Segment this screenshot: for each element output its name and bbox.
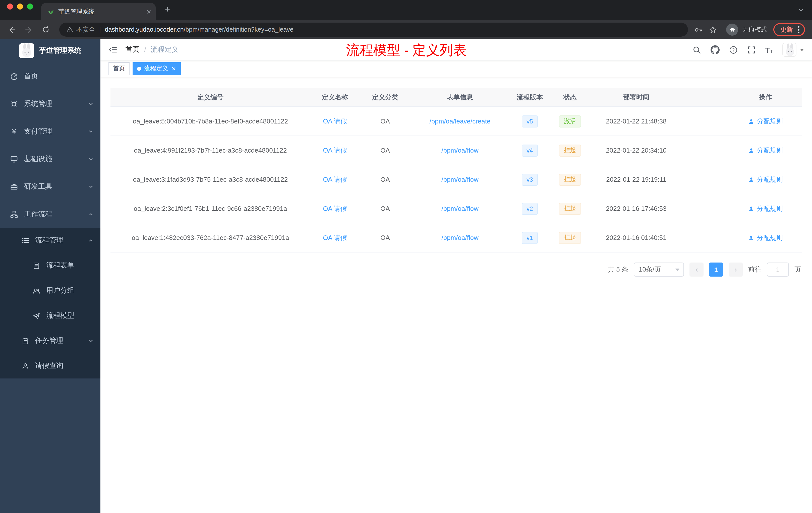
- fullscreen-icon[interactable]: [747, 46, 755, 54]
- browser-tab-strip: 芋道管理系统: [0, 0, 812, 20]
- document-icon: [32, 262, 40, 269]
- sidebar-item-infrastructure[interactable]: 基础设施: [0, 145, 100, 173]
- font-size-icon[interactable]: TT: [765, 46, 773, 54]
- breadcrumb-home[interactable]: 首页: [125, 45, 140, 54]
- form-link[interactable]: /bpm/oa/flow: [441, 176, 478, 183]
- assign-rule-link[interactable]: 分配规则: [748, 204, 783, 213]
- definition-name-link[interactable]: OA 请假: [323, 175, 347, 184]
- deploy-time-cell: 2022-01-16 01:40:51: [589, 223, 683, 252]
- definition-id-cell: oa_leave:4:991f2193-7b7f-11ec-a3c8-acde4…: [111, 136, 310, 164]
- definition-id-cell: oa_leave:1:482ec033-762a-11ec-8477-a2380…: [111, 223, 310, 252]
- version-tag: v3: [522, 174, 538, 185]
- tag-process-definition[interactable]: 流程定义: [133, 62, 181, 75]
- sidebar-item-user-group[interactable]: 用户分组: [0, 278, 100, 303]
- close-window-button[interactable]: [7, 3, 13, 9]
- toolbox-icon: [10, 182, 18, 190]
- tab-close-icon[interactable]: [146, 9, 152, 14]
- breadcrumb: 首页 / 流程定义: [125, 45, 179, 54]
- search-icon[interactable]: [692, 46, 701, 54]
- active-dot: [137, 66, 141, 70]
- chevron-down-icon: [88, 184, 93, 189]
- close-icon[interactable]: [171, 66, 176, 71]
- assign-rule-link[interactable]: 分配规则: [748, 117, 783, 126]
- column-header-deploy-time: 部署时间: [589, 88, 683, 107]
- assign-rule-link[interactable]: 分配规则: [748, 146, 783, 155]
- sidebar-item-workflow[interactable]: 工作流程: [0, 200, 100, 228]
- sidebar-item-label: 用户分组: [46, 286, 74, 295]
- security-warning-icon[interactable]: 不安全: [66, 25, 95, 34]
- chevron-down-icon: [88, 101, 93, 106]
- sidebar-item-task-management[interactable]: 任务管理: [0, 328, 100, 353]
- table-row: oa_leave:5:004b710b-7b8a-11ec-8ef0-acde4…: [111, 107, 802, 136]
- table-row: oa_leave:4:991f2193-7b7f-11ec-a3c8-acde4…: [111, 136, 802, 165]
- status-tag: 挂起: [559, 232, 581, 244]
- current-page-button[interactable]: 1: [709, 263, 723, 277]
- main-area: 首页 / 流程定义 流程模型 - 定义列表 ?: [100, 39, 812, 513]
- chevron-down-icon: [88, 338, 93, 343]
- tab-search-chevron-icon[interactable]: [798, 7, 804, 13]
- browser-tab[interactable]: 芋道管理系统: [41, 3, 156, 20]
- table-row: oa_leave:2:3c1f0ef1-76b1-11ec-9c66-a2380…: [111, 194, 802, 223]
- url-text: dashboard.yudao.iocoder.cn/bpm/manager/d…: [105, 26, 293, 33]
- sidebar-collapse-icon[interactable]: [109, 45, 117, 54]
- page-size-value: 10条/页: [639, 265, 661, 274]
- status-tag: 挂起: [559, 144, 581, 156]
- browser-toolbar: 不安全 | dashboard.yudao.iocoder.cn/bpm/man…: [0, 20, 812, 39]
- user-avatar-menu[interactable]: [782, 43, 804, 57]
- definition-name-link[interactable]: OA 请假: [323, 233, 347, 242]
- form-link[interactable]: /bpm/oa/flow: [441, 205, 478, 212]
- back-button[interactable]: [4, 22, 19, 37]
- sidebar-item-system[interactable]: 系统管理: [0, 90, 100, 117]
- definition-id-cell: oa_leave:5:004b710b-7b8a-11ec-8ef0-acde4…: [111, 107, 310, 135]
- sidebar-item-label: 工作流程: [24, 210, 52, 219]
- new-tab-button[interactable]: [160, 1, 175, 17]
- category-cell: OA: [359, 194, 411, 223]
- password-key-icon[interactable]: [694, 25, 702, 34]
- forward-button[interactable]: [21, 22, 36, 37]
- prev-page-button[interactable]: ‹: [690, 263, 703, 277]
- page-size-select[interactable]: 10条/页: [634, 263, 684, 277]
- sidebar-item-label: 任务管理: [35, 336, 63, 345]
- sidebar-item-leave-query[interactable]: 请假查询: [0, 353, 100, 379]
- sidebar-item-dev-tools[interactable]: 研发工具: [0, 173, 100, 200]
- assign-rule-link[interactable]: 分配规则: [748, 233, 783, 242]
- deploy-time-cell: 2022-01-22 21:48:38: [589, 107, 683, 135]
- form-link[interactable]: /bpm/oa/leave/create: [430, 117, 491, 125]
- sidebar-item-process-form[interactable]: 流程表单: [0, 253, 100, 278]
- sidebar-item-label: 请假查询: [35, 361, 63, 370]
- browser-menu-icon[interactable]: [795, 26, 803, 33]
- chrome-update-button[interactable]: 更新: [773, 23, 805, 36]
- goto-page-input[interactable]: [767, 263, 789, 277]
- bookmark-star-icon[interactable]: [708, 25, 717, 34]
- form-link[interactable]: /bpm/oa/flow: [441, 234, 478, 241]
- sidebar-item-label: 流程模型: [46, 311, 74, 320]
- next-page-button[interactable]: ›: [729, 263, 743, 277]
- sidebar-item-home[interactable]: 首页: [0, 62, 100, 90]
- reload-button[interactable]: [38, 22, 53, 37]
- sidebar-item-process-management[interactable]: 流程管理: [0, 228, 100, 253]
- sidebar-logo[interactable]: 芋道管理系统: [0, 39, 100, 62]
- assign-rule-link[interactable]: 分配规则: [748, 175, 783, 184]
- sidebar-item-payment[interactable]: ¥ 支付管理: [0, 117, 100, 145]
- page-unit-label: 页: [794, 265, 801, 274]
- tag-home[interactable]: 首页: [109, 62, 129, 75]
- version-tag: v1: [522, 232, 538, 244]
- sidebar-item-process-model[interactable]: 流程模型: [0, 303, 100, 328]
- form-link[interactable]: /bpm/oa/flow: [441, 147, 478, 154]
- chevron-down-icon: [675, 268, 679, 271]
- pagination: 共 5 条 10条/页 ‹ 1 › 前往 页: [111, 263, 802, 277]
- app-window: 芋道管理系统 首页 系统管理 ¥ 支付管理: [0, 39, 812, 513]
- table-row: oa_leave:1:482ec033-762a-11ec-8477-a2380…: [111, 223, 802, 252]
- deploy-time-cell: 2022-01-22 19:19:11: [589, 165, 683, 194]
- definition-name-link[interactable]: OA 请假: [323, 117, 347, 126]
- definition-name-link[interactable]: OA 请假: [323, 204, 347, 213]
- goto-label: 前往: [748, 265, 761, 274]
- help-icon[interactable]: ?: [729, 46, 737, 54]
- github-icon[interactable]: [710, 45, 719, 54]
- incognito-label: 无痕模式: [742, 25, 767, 34]
- address-bar[interactable]: 不安全 | dashboard.yudao.iocoder.cn/bpm/man…: [59, 23, 688, 37]
- minimize-window-button[interactable]: [17, 3, 23, 9]
- zoom-window-button[interactable]: [27, 3, 33, 9]
- definition-name-link[interactable]: OA 请假: [323, 146, 347, 155]
- status-tag: 激活: [559, 115, 581, 127]
